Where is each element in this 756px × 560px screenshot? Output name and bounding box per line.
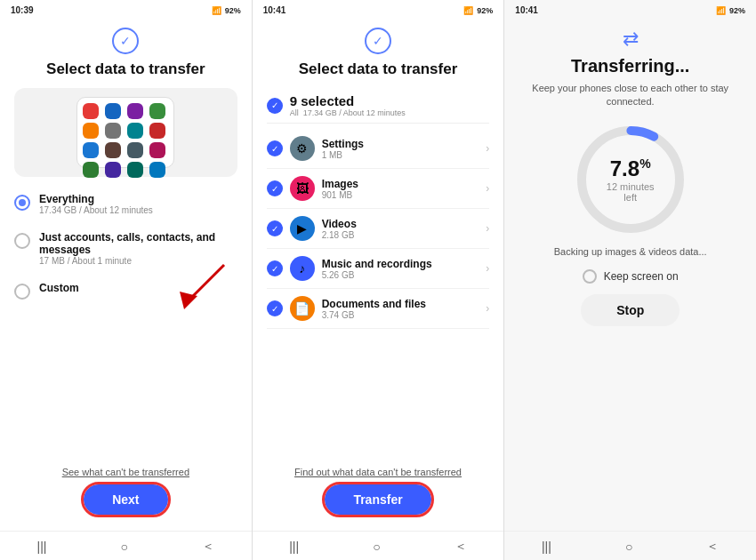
nav-home-1[interactable]: ○ bbox=[121, 540, 128, 554]
data-list: ✓ ⚙ Settings 1 MB › ✓ 🖼 Images 901 MB › … bbox=[267, 129, 490, 467]
item-icon-images: 🖼 bbox=[290, 176, 315, 201]
status-bar-2: 10:41 📶 92% bbox=[253, 0, 504, 19]
next-button[interactable]: Next bbox=[84, 484, 167, 515]
header-check-icon-2: ✓ bbox=[267, 28, 490, 54]
radio-group: Everything 17.34 GB / About 12 minutes J… bbox=[14, 189, 237, 303]
item-check-videos: ✓ bbox=[267, 220, 283, 236]
item-icon-settings: ⚙ bbox=[290, 136, 315, 161]
panel-select-data-2: 10:41 📶 92% ✓ Select data to transfer ✓ … bbox=[253, 0, 505, 560]
radio-circle-accounts[interactable] bbox=[14, 233, 30, 249]
keep-screen-row: Keep screen on bbox=[519, 269, 742, 284]
item-check-images: ✓ bbox=[267, 180, 283, 196]
panel-select-data-1: 10:39 📶 92% ✓ Select data to transfer Ev… bbox=[0, 0, 253, 560]
red-arrow-icon bbox=[175, 260, 229, 314]
transfer-arrows-icon: ⇄ bbox=[519, 28, 742, 51]
item-check-docs: ✓ bbox=[267, 300, 283, 316]
selected-check: ✓ bbox=[267, 98, 283, 114]
backing-up-text: Backing up images & videos data... bbox=[519, 246, 742, 257]
item-icon-music: ♪ bbox=[290, 256, 315, 281]
nav-back-1[interactable]: ＜ bbox=[202, 539, 214, 555]
data-list-item-docs[interactable]: ✓ 📄 Documents and files 3.74 GB › bbox=[267, 289, 490, 329]
phone-mock bbox=[76, 97, 174, 168]
nav-back-3[interactable]: ＜ bbox=[706, 539, 719, 555]
progress-ring-container: 7.8% 12 minutes left bbox=[519, 122, 742, 237]
progress-ring-wrap: 7.8% 12 minutes left bbox=[573, 122, 688, 237]
panel2-title: Select data to transfer bbox=[267, 60, 490, 79]
item-icon-docs: 📄 bbox=[290, 296, 315, 321]
stop-button[interactable]: Stop bbox=[581, 294, 680, 326]
phone-illustration bbox=[14, 88, 237, 177]
data-list-item-videos[interactable]: ✓ ▶ Videos 2.18 GB › bbox=[267, 209, 490, 249]
bottom-nav-1: ||| ○ ＜ bbox=[0, 531, 252, 560]
cant-transfer-link-2[interactable]: Find out what data can't be transferred bbox=[267, 467, 490, 477]
radio-everything[interactable]: Everything 17.34 GB / About 12 minutes bbox=[14, 189, 237, 219]
keep-screen-radio[interactable] bbox=[583, 269, 597, 284]
time-1: 10:39 bbox=[11, 5, 34, 15]
data-list-item-music[interactable]: ✓ ♪ Music and recordings 5.26 GB › bbox=[267, 249, 490, 289]
status-bar-3: 10:41 📶 92% bbox=[504, 0, 756, 19]
keep-screen-label: Keep screen on bbox=[604, 270, 679, 283]
panel-transferring: 10:41 📶 92% ⇄ Transferring... Keep your … bbox=[504, 0, 756, 560]
nav-recents-1[interactable]: ||| bbox=[37, 540, 47, 554]
radio-circle-custom[interactable] bbox=[14, 284, 30, 300]
chevron-icon-videos: › bbox=[486, 222, 489, 235]
bottom-nav-2: ||| ○ ＜ bbox=[253, 531, 504, 560]
panel3-content: ⇄ Transferring... Keep your phones close… bbox=[504, 19, 756, 531]
nav-back-2[interactable]: ＜ bbox=[454, 539, 467, 555]
chevron-icon-docs: › bbox=[486, 302, 489, 315]
radio-circle-everything[interactable] bbox=[14, 195, 30, 211]
header-check-icon: ✓ bbox=[14, 28, 237, 54]
panel1-content: ✓ Select data to transfer Everything 17.… bbox=[0, 19, 252, 531]
transfer-subtitle: Keep your phones close to each other to … bbox=[519, 82, 742, 109]
selected-sub-label: All 17.34 GB / About 12 minutes bbox=[290, 108, 406, 117]
panel1-title: Select data to transfer bbox=[14, 60, 237, 79]
cant-transfer-link-1[interactable]: See what can't be transferred bbox=[14, 467, 237, 477]
radio-custom[interactable]: Custom bbox=[14, 278, 237, 303]
item-check-music: ✓ bbox=[267, 260, 283, 276]
nav-recents-3[interactable]: ||| bbox=[542, 540, 551, 554]
chevron-icon-images: › bbox=[486, 182, 489, 195]
status-bar-1: 10:39 📶 92% bbox=[0, 0, 252, 19]
data-list-item-settings[interactable]: ✓ ⚙ Settings 1 MB › bbox=[267, 129, 490, 169]
item-icon-videos: ▶ bbox=[290, 216, 315, 241]
chevron-icon-settings: › bbox=[486, 142, 489, 155]
chevron-icon-music: › bbox=[486, 262, 489, 275]
nav-home-2[interactable]: ○ bbox=[373, 540, 380, 554]
panel2-content: ✓ Select data to transfer ✓ 9 selected A… bbox=[253, 19, 504, 531]
item-check-settings: ✓ bbox=[267, 140, 283, 156]
data-list-item-images[interactable]: ✓ 🖼 Images 901 MB › bbox=[267, 169, 490, 209]
transfer-title: Transferring... bbox=[519, 56, 742, 76]
nav-recents-2[interactable]: ||| bbox=[289, 540, 299, 554]
nav-home-3[interactable]: ○ bbox=[625, 540, 632, 554]
transfer-button[interactable]: Transfer bbox=[325, 484, 430, 515]
selected-header: ✓ 9 selected All 17.34 GB / About 12 min… bbox=[267, 88, 490, 124]
bottom-nav-3: ||| ○ ＜ bbox=[504, 531, 756, 560]
